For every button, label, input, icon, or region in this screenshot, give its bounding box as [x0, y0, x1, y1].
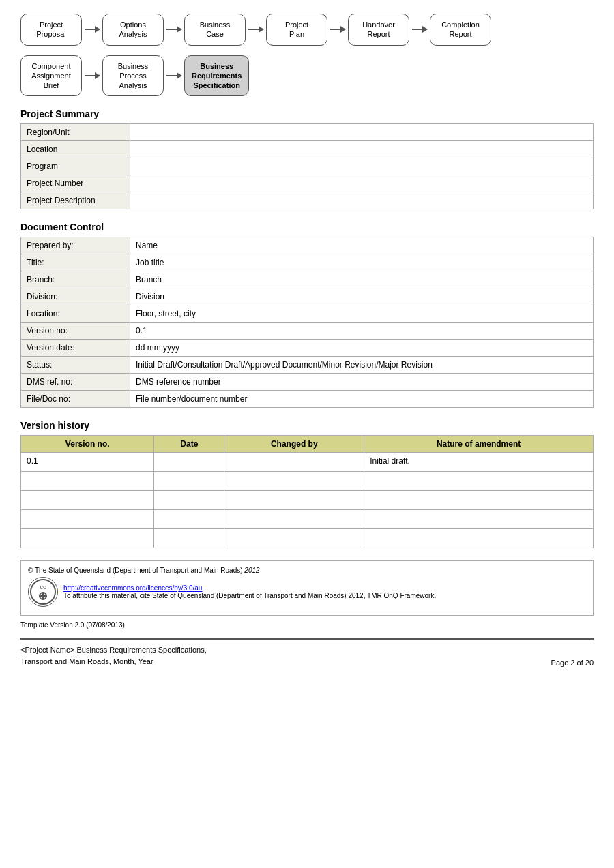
cell-nature: Initial draft. [364, 453, 594, 472]
document-control-heading: Document Control [20, 222, 594, 233]
value-branch: Branch [130, 271, 594, 288]
cc-details: http://creativecommons.org/licences/by/3… [63, 584, 436, 599]
label-prepared-by: Prepared by: [21, 237, 130, 254]
project-summary-heading: Project Summary [20, 108, 594, 119]
cc-row: cc http://creativecommons.org/licences/b… [28, 577, 586, 607]
table-row: Project Description [21, 192, 594, 209]
cell-changed-by [224, 529, 364, 548]
flow-node-business-requirements: BusinessRequirementsSpecification [184, 55, 249, 97]
cell-nature [364, 529, 594, 548]
version-history-table: Version no. Date Changed by Nature of am… [20, 435, 594, 548]
table-row: 0.1 Initial draft. [21, 453, 594, 472]
table-row: DMS ref. no: DMS reference number [21, 374, 594, 391]
label-branch: Branch: [21, 271, 130, 288]
cell-date [154, 529, 224, 548]
table-row: File/Doc no: File number/document number [21, 391, 594, 408]
attribution-text: To attribute this material, cite State o… [63, 592, 436, 599]
cell-version: 0.1 [21, 453, 154, 472]
page-footer: <Project Name> Business Requirements Spe… [20, 638, 594, 667]
table-row: Branch: Branch [21, 271, 594, 288]
cell-version [21, 510, 154, 529]
table-row: Division: Division [21, 288, 594, 305]
flow-node-options-analysis: OptionsAnalysis [102, 14, 164, 46]
label-version-date: Version date: [21, 340, 130, 357]
cc-link[interactable]: http://creativecommons.org/licences/by/3… [63, 584, 436, 592]
value-dms-ref: DMS reference number [130, 374, 594, 391]
value-project-description [130, 192, 594, 209]
cell-date [154, 491, 224, 510]
col-version-no: Version no. [21, 436, 154, 453]
table-row [21, 491, 594, 510]
value-file-doc: File number/document number [130, 391, 594, 408]
table-row: Title: Job title [21, 254, 594, 271]
table-row: Program [21, 158, 594, 175]
flow-node-completion-report: CompletionReport [430, 14, 491, 46]
value-status: Initial Draft/Consultation Draft/Approve… [130, 357, 594, 374]
cell-changed-by [224, 453, 364, 472]
col-changed-by: Changed by [224, 436, 364, 453]
flow-row-2: ComponentAssignmentBrief BusinessProcess… [20, 55, 594, 97]
value-program [130, 158, 594, 175]
value-division: Division [130, 288, 594, 305]
value-title: Job title [130, 254, 594, 271]
cell-version [21, 491, 154, 510]
value-version-date: dd mm yyyy [130, 340, 594, 357]
label-file-doc: File/Doc no: [21, 391, 130, 408]
table-row [21, 529, 594, 548]
arrow-6 [85, 75, 100, 76]
table-row: Version no: 0.1 [21, 323, 594, 340]
cell-changed-by [224, 472, 364, 491]
flow-node-business-case: BusinessCase [184, 14, 246, 46]
label-location: Location [21, 141, 130, 158]
arrow-5 [412, 29, 427, 30]
arrow-4 [330, 29, 345, 30]
cell-changed-by [224, 510, 364, 529]
arrow-1 [85, 29, 100, 30]
arrow-3 [248, 29, 263, 30]
footer-line2: Transport and Main Roads, Month, Year [20, 656, 207, 668]
document-control-table: Prepared by: Name Title: Job title Branc… [20, 237, 594, 408]
cell-version [21, 472, 154, 491]
cell-nature [364, 472, 594, 491]
col-date: Date [154, 436, 224, 453]
flow-node-component-assignment: ComponentAssignmentBrief [20, 55, 82, 97]
flow-row-1: ProjectProposal OptionsAnalysis Business… [20, 14, 594, 46]
value-version-no: 0.1 [130, 323, 594, 340]
table-row: Version date: dd mm yyyy [21, 340, 594, 357]
label-region-unit: Region/Unit [21, 124, 130, 141]
label-dc-location: Location: [21, 305, 130, 323]
arrow-2 [166, 29, 181, 30]
flow-node-project-proposal: ProjectProposal [20, 14, 82, 46]
table-row: Project Number [21, 175, 594, 192]
project-summary-table: Region/Unit Location Program Project Num… [20, 123, 594, 209]
label-title: Title: [21, 254, 130, 271]
cell-date [154, 453, 224, 472]
table-row [21, 472, 594, 491]
label-status: Status: [21, 357, 130, 374]
label-project-description: Project Description [21, 192, 130, 209]
table-row: Location [21, 141, 594, 158]
cell-changed-by [224, 491, 364, 510]
version-history-heading: Version history [20, 420, 594, 431]
table-row: Region/Unit [21, 124, 594, 141]
col-nature: Nature of amendment [364, 436, 594, 453]
copyright-box: © The State of Queensland (Department of… [20, 560, 594, 616]
label-division: Division: [21, 288, 130, 305]
value-location [130, 141, 594, 158]
table-row: Prepared by: Name [21, 237, 594, 254]
table-row [21, 510, 594, 529]
table-row: Status: Initial Draft/Consultation Draft… [21, 357, 594, 374]
cc-icon: cc [28, 577, 58, 607]
svg-text:cc: cc [40, 584, 47, 590]
flow-node-handover-report: HandoverReport [348, 14, 409, 46]
value-project-number [130, 175, 594, 192]
template-version: Template Version 2.0 (07/08/2013) [20, 621, 594, 629]
cell-date [154, 472, 224, 491]
page-number: Page 2 of 20 [551, 659, 594, 667]
label-project-number: Project Number [21, 175, 130, 192]
value-region-unit [130, 124, 594, 141]
value-prepared-by: Name [130, 237, 594, 254]
label-version-no: Version no: [21, 323, 130, 340]
flow-node-project-plan: ProjectPlan [266, 14, 327, 46]
footer-line1: <Project Name> Business Requirements Spe… [20, 644, 207, 656]
